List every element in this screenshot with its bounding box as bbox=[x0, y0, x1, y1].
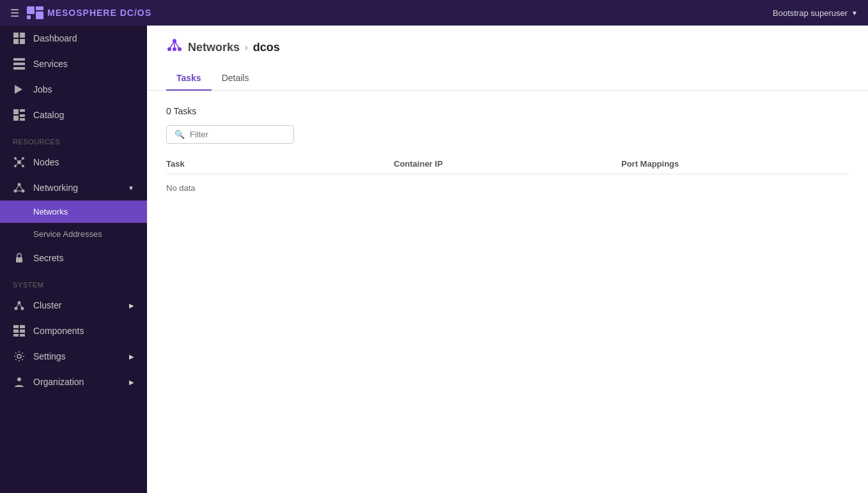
dashboard-icon bbox=[13, 32, 26, 45]
networks-breadcrumb-icon bbox=[166, 38, 183, 56]
svg-rect-2 bbox=[27, 15, 31, 19]
sidebar-item-cluster[interactable]: Cluster ▶ bbox=[0, 292, 147, 318]
networking-icon bbox=[13, 181, 26, 194]
sidebar-label-cluster: Cluster bbox=[33, 300, 61, 310]
svg-rect-41 bbox=[20, 330, 25, 333]
col-container-ip: Container IP bbox=[394, 159, 621, 169]
services-icon bbox=[13, 57, 26, 70]
svg-rect-10 bbox=[13, 67, 25, 70]
sidebar-item-networking[interactable]: Networking ▼ bbox=[0, 175, 147, 201]
svg-marker-11 bbox=[15, 85, 22, 94]
logo-text: MESOSPHERE DC/OS bbox=[47, 8, 151, 18]
tabs: Tasks Details bbox=[166, 66, 849, 90]
sidebar-item-nodes[interactable]: Nodes bbox=[0, 149, 147, 175]
col-port-mappings: Port Mappings bbox=[621, 159, 849, 169]
task-count: 0 Tasks bbox=[166, 106, 849, 116]
svg-rect-9 bbox=[13, 63, 25, 65]
sidebar-label-networks: Networks bbox=[33, 207, 68, 216]
svg-line-36 bbox=[16, 303, 19, 308]
svg-rect-43 bbox=[20, 334, 25, 337]
sidebar-item-secrets[interactable]: Secrets bbox=[0, 245, 147, 271]
page-header: Networks › dcos Tasks Details bbox=[147, 26, 868, 91]
sidebar-item-components[interactable]: Components bbox=[0, 318, 147, 344]
logo-text-accent: DC/OS bbox=[120, 8, 151, 18]
svg-rect-12 bbox=[13, 109, 19, 114]
svg-rect-32 bbox=[16, 257, 22, 262]
svg-line-30 bbox=[19, 185, 23, 191]
svg-rect-5 bbox=[20, 33, 25, 38]
sidebar: Dashboard Services Jobs Catalog Resource… bbox=[0, 26, 147, 493]
table-header: Task Container IP Port Mappings bbox=[166, 159, 849, 174]
svg-line-23 bbox=[19, 158, 23, 162]
sidebar-label-jobs: Jobs bbox=[33, 84, 52, 95]
breadcrumb-current: dcos bbox=[253, 41, 280, 54]
breadcrumb-networks[interactable]: Networks bbox=[188, 41, 240, 54]
breadcrumb-separator: › bbox=[245, 42, 248, 52]
sidebar-label-dashboard: Dashboard bbox=[33, 33, 77, 43]
cluster-expand-icon: ▶ bbox=[129, 302, 134, 309]
svg-line-25 bbox=[19, 162, 23, 166]
sidebar-item-organization[interactable]: Organization ▶ bbox=[0, 369, 147, 395]
svg-rect-39 bbox=[20, 325, 25, 328]
svg-line-22 bbox=[15, 158, 19, 162]
nodes-icon bbox=[13, 156, 26, 169]
sidebar-label-catalog: Catalog bbox=[33, 110, 64, 120]
svg-rect-38 bbox=[13, 325, 19, 328]
org-expand-icon: ▶ bbox=[129, 379, 134, 386]
org-icon bbox=[13, 375, 26, 388]
svg-rect-7 bbox=[20, 39, 25, 44]
page-body: 0 Tasks 🔍 Task Container IP Port Mapping… bbox=[147, 91, 868, 215]
sidebar-item-jobs[interactable]: Jobs bbox=[0, 77, 147, 102]
svg-line-24 bbox=[15, 162, 19, 166]
svg-rect-42 bbox=[13, 334, 19, 337]
sidebar-item-services[interactable]: Services bbox=[0, 51, 147, 77]
catalog-icon bbox=[13, 109, 26, 121]
filter-box[interactable]: 🔍 bbox=[166, 125, 294, 144]
tab-details[interactable]: Details bbox=[212, 66, 260, 91]
breadcrumb: Networks › dcos bbox=[166, 38, 849, 56]
svg-rect-4 bbox=[13, 33, 19, 38]
svg-point-44 bbox=[17, 354, 21, 358]
sidebar-label-service-addresses: Service Addresses bbox=[33, 229, 102, 239]
networking-expand-icon: ▼ bbox=[128, 185, 134, 192]
chevron-down-icon: ▼ bbox=[851, 10, 858, 17]
user-menu[interactable]: Bootstrap superuser ▼ bbox=[773, 8, 858, 18]
jobs-icon bbox=[13, 83, 26, 96]
lock-icon bbox=[13, 252, 26, 264]
filter-input[interactable] bbox=[190, 130, 286, 139]
settings-expand-icon: ▶ bbox=[129, 353, 134, 360]
svg-rect-3 bbox=[36, 11, 43, 19]
sidebar-item-settings[interactable]: Settings ▶ bbox=[0, 344, 147, 369]
svg-rect-15 bbox=[20, 114, 25, 117]
sidebar-label-settings: Settings bbox=[33, 351, 66, 361]
sidebar-label-secrets: Secrets bbox=[33, 253, 63, 263]
svg-line-29 bbox=[15, 185, 19, 191]
svg-rect-13 bbox=[20, 109, 25, 112]
hamburger-icon[interactable]: ☰ bbox=[10, 7, 19, 19]
system-section-label: System bbox=[0, 271, 147, 292]
sidebar-label-services: Services bbox=[33, 59, 68, 69]
sidebar-label-nodes: Nodes bbox=[33, 157, 59, 167]
svg-rect-40 bbox=[13, 330, 19, 333]
svg-rect-0 bbox=[27, 6, 35, 14]
sidebar-item-catalog[interactable]: Catalog bbox=[0, 102, 147, 128]
logo-text-main: MESOSPHERE bbox=[47, 8, 120, 18]
svg-rect-1 bbox=[36, 6, 43, 10]
logo-icon bbox=[27, 6, 43, 19]
tab-tasks[interactable]: Tasks bbox=[166, 66, 212, 91]
svg-point-45 bbox=[17, 377, 21, 381]
sidebar-item-networks[interactable]: Networks bbox=[0, 201, 147, 223]
sidebar-label-networking: Networking bbox=[33, 183, 78, 193]
topbar: ☰ MESOSPHERE DC/OS Bootstrap superuser ▼ bbox=[0, 0, 868, 26]
settings-icon bbox=[13, 350, 26, 363]
svg-rect-14 bbox=[13, 116, 19, 121]
components-icon bbox=[13, 324, 26, 337]
topbar-left: ☰ MESOSPHERE DC/OS bbox=[10, 6, 151, 19]
svg-rect-6 bbox=[13, 39, 19, 44]
search-icon: 🔍 bbox=[174, 130, 185, 139]
sidebar-item-service-addresses[interactable]: Service Addresses bbox=[0, 223, 147, 245]
col-task: Task bbox=[166, 159, 394, 169]
sidebar-item-dashboard[interactable]: Dashboard bbox=[0, 26, 147, 51]
svg-line-37 bbox=[19, 303, 22, 308]
sidebar-label-organization: Organization bbox=[33, 377, 84, 387]
